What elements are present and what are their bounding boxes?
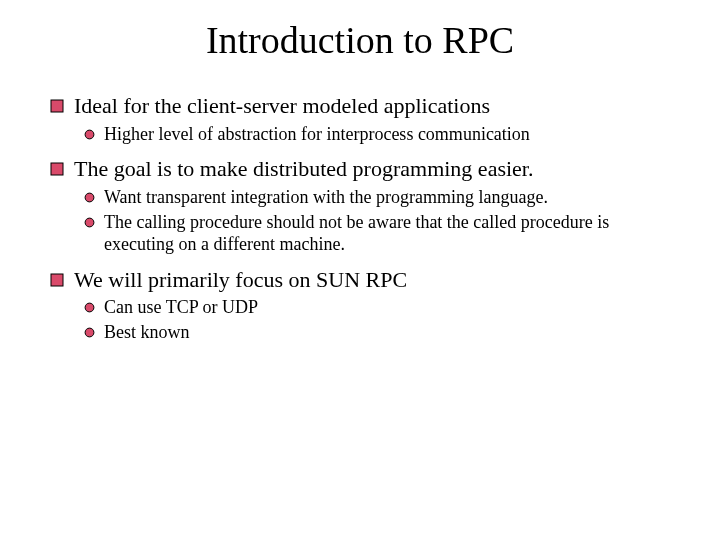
bullet-level2: Want transparent integration with the pr…	[84, 187, 670, 209]
circle-bullet-icon	[84, 327, 95, 338]
slide-content: Introduction to RPC Ideal for the client…	[0, 0, 720, 384]
bullet-text: Ideal for the client-server modeled appl…	[74, 92, 670, 120]
svg-point-1	[85, 130, 94, 139]
sub-bullet-text: Best known	[104, 322, 670, 344]
circle-bullet-icon	[84, 192, 95, 203]
bullet-level2: Best known	[84, 322, 670, 344]
bullet-level1: We will primarily focus on SUN RPC	[50, 266, 670, 294]
bullet-group: The goal is to make distributed programm…	[50, 155, 670, 255]
sub-bullet-text: Can use TCP or UDP	[104, 297, 670, 319]
bullet-text: We will primarily focus on SUN RPC	[74, 266, 670, 294]
sub-bullet-text: The calling procedure should not be awar…	[104, 212, 670, 256]
square-bullet-icon	[50, 99, 64, 113]
bullet-text: The goal is to make distributed programm…	[74, 155, 670, 183]
svg-rect-5	[51, 274, 63, 286]
slide-title: Introduction to RPC	[50, 18, 670, 62]
svg-rect-2	[51, 163, 63, 175]
bullet-level2: Higher level of abstraction for interpro…	[84, 124, 670, 146]
bullet-group: Ideal for the client-server modeled appl…	[50, 92, 670, 145]
bullet-level1: Ideal for the client-server modeled appl…	[50, 92, 670, 120]
square-bullet-icon	[50, 162, 64, 176]
bullet-level2: Can use TCP or UDP	[84, 297, 670, 319]
circle-bullet-icon	[84, 302, 95, 313]
square-bullet-icon	[50, 273, 64, 287]
circle-bullet-icon	[84, 129, 95, 140]
circle-bullet-icon	[84, 217, 95, 228]
bullet-level1: The goal is to make distributed programm…	[50, 155, 670, 183]
svg-rect-0	[51, 100, 63, 112]
bullet-level2: The calling procedure should not be awar…	[84, 212, 670, 256]
svg-point-3	[85, 193, 94, 202]
sub-bullet-text: Want transparent integration with the pr…	[104, 187, 670, 209]
sub-bullet-text: Higher level of abstraction for interpro…	[104, 124, 670, 146]
svg-point-4	[85, 218, 94, 227]
svg-point-6	[85, 303, 94, 312]
svg-point-7	[85, 328, 94, 337]
bullet-group: We will primarily focus on SUN RPC Can u…	[50, 266, 670, 344]
